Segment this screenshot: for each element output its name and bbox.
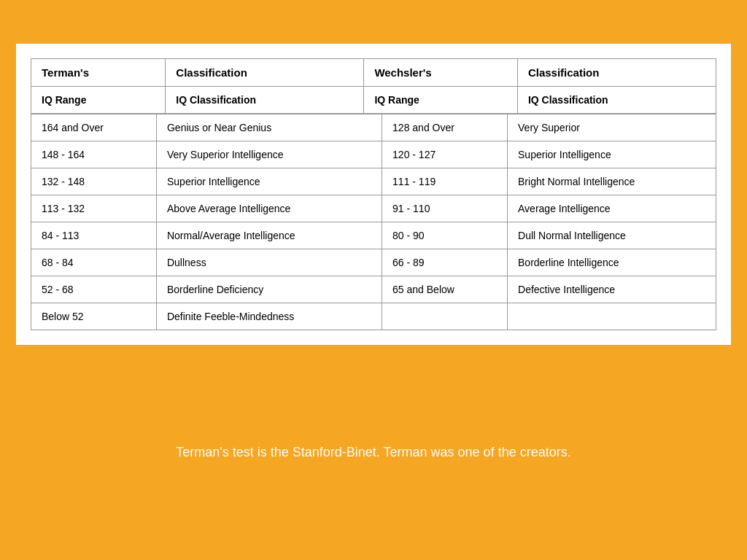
cell-row7-col0: Below 52 bbox=[31, 303, 157, 330]
col-terman-iq-class: IQ Classification bbox=[166, 87, 364, 114]
cell-row0-col2: 128 and Over bbox=[382, 114, 508, 141]
table-row: 132 - 148Superior Intelligence111 - 119B… bbox=[31, 168, 716, 195]
wechsler-classification-header: Classification bbox=[517, 59, 716, 87]
top-bar bbox=[0, 0, 747, 44]
cell-row3-col1: Above Average Intelligence bbox=[156, 195, 382, 222]
terman-classification-header: Classification bbox=[166, 59, 364, 87]
cell-row4-col0: 84 - 113 bbox=[31, 222, 157, 249]
table-container: Terman's Classification Wechsler's Class… bbox=[16, 44, 731, 345]
cell-row2-col3: Bright Normal Intelligence bbox=[508, 168, 716, 195]
cell-row5-col3: Borderline Intelligence bbox=[508, 249, 716, 276]
cell-row0-col0: 164 and Over bbox=[31, 114, 157, 141]
cell-row2-col0: 132 - 148 bbox=[31, 168, 157, 195]
cell-row4-col3: Dull Normal Intelligence bbox=[508, 222, 716, 249]
cell-row3-col0: 113 - 132 bbox=[31, 195, 157, 222]
cell-row0-col1: Genius or Near Genius bbox=[156, 114, 382, 141]
cell-row5-col2: 66 - 89 bbox=[382, 249, 508, 276]
cell-row6-col3: Defective Intelligence bbox=[508, 276, 716, 303]
cell-row5-col0: 68 - 84 bbox=[31, 249, 157, 276]
cell-row5-col1: Dullness bbox=[156, 249, 382, 276]
cell-row6-col1: Borderline Deficiency bbox=[156, 276, 382, 303]
iq-data-table: 164 and OverGenius or Near Genius128 and… bbox=[31, 114, 716, 330]
col-wechsler-iq-class: IQ Classification bbox=[517, 87, 716, 114]
cell-row1-col1: Very Superior Intelligence bbox=[156, 141, 382, 168]
table-row: 113 - 132Above Average Intelligence91 - … bbox=[31, 195, 716, 222]
table-row: 68 - 84Dullness66 - 89Borderline Intelli… bbox=[31, 249, 716, 276]
cell-row4-col2: 80 - 90 bbox=[382, 222, 508, 249]
cell-row6-col0: 52 - 68 bbox=[31, 276, 157, 303]
cell-row3-col3: Average Intelligence bbox=[508, 195, 716, 222]
group-header-row: Terman's Classification Wechsler's Class… bbox=[31, 59, 716, 87]
cell-row2-col2: 111 - 119 bbox=[382, 168, 508, 195]
cell-row1-col0: 148 - 164 bbox=[31, 141, 157, 168]
table-row: 164 and OverGenius or Near Genius128 and… bbox=[31, 114, 716, 141]
cell-row1-col2: 120 - 127 bbox=[382, 141, 508, 168]
iq-table: Terman's Classification Wechsler's Class… bbox=[31, 58, 716, 114]
footer-caption: Terman's test is the Stanford-Binet. Ter… bbox=[0, 345, 747, 560]
cell-row6-col2: 65 and Below bbox=[382, 276, 508, 303]
wechsler-group-header: Wechsler's bbox=[364, 59, 518, 87]
cell-row7-col1: Definite Feeble-Mindedness bbox=[156, 303, 382, 330]
col-wechsler-iq-range: IQ Range bbox=[364, 87, 518, 114]
cell-row7-col2 bbox=[382, 303, 508, 330]
table-row: Below 52Definite Feeble-Mindedness bbox=[31, 303, 716, 330]
cell-row7-col3 bbox=[508, 303, 716, 330]
cell-row0-col3: Very Superior bbox=[508, 114, 716, 141]
cell-row4-col1: Normal/Average Intelligence bbox=[156, 222, 382, 249]
col-terman-iq-range: IQ Range bbox=[31, 87, 166, 114]
terman-group-header: Terman's bbox=[31, 59, 166, 87]
column-header-row: IQ Range IQ Classification IQ Range IQ C… bbox=[31, 87, 716, 114]
table-row: 84 - 113Normal/Average Intelligence80 - … bbox=[31, 222, 716, 249]
cell-row2-col1: Superior Intelligence bbox=[156, 168, 382, 195]
table-row: 52 - 68Borderline Deficiency65 and Below… bbox=[31, 276, 716, 303]
cell-row1-col3: Superior Intelligence bbox=[508, 141, 716, 168]
cell-row3-col2: 91 - 110 bbox=[382, 195, 508, 222]
table-row: 148 - 164Very Superior Intelligence120 -… bbox=[31, 141, 716, 168]
